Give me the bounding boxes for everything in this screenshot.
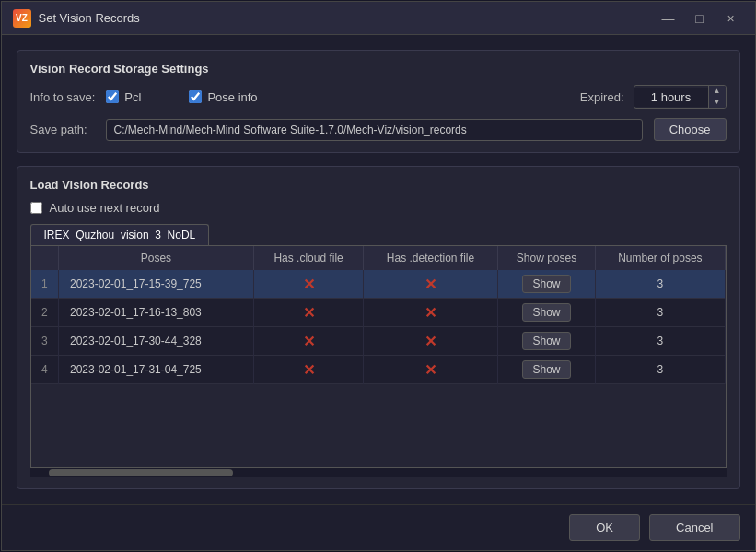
col-index [31,246,59,270]
x-icon: ✕ [425,305,436,321]
has-detection: ✕ [364,299,497,327]
pose-info-checkbox[interactable] [189,90,202,103]
pose-info-checkbox-group: Pose info [189,90,257,104]
pose-count: 3 [596,356,725,384]
col-cloud: Has .cloud file [253,246,363,270]
window-title: Set Vision Records [39,11,656,25]
auto-use-checkbox[interactable] [30,202,42,214]
x-icon: ✕ [425,276,436,292]
show-cell: Show [497,299,596,327]
minimize-button[interactable]: — [656,8,681,29]
show-button[interactable]: Show [522,275,570,293]
auto-use-label: Auto use next record [50,201,160,215]
table-row[interactable]: 2 2023-02-01_17-16-13_803 ✕ ✕ Show 3 [31,299,726,327]
pcl-checkbox[interactable] [106,90,119,103]
maximize-button[interactable]: □ [687,8,713,29]
expired-group: Expired: 1 hours ▲ ▼ [580,85,727,109]
main-content: Vision Record Storage Settings Info to s… [2,35,755,504]
pose-name: 2023-02-01_17-30-44_328 [59,327,254,356]
scrollbar-track[interactable] [30,468,727,477]
show-button[interactable]: Show [522,360,570,379]
has-cloud: ✕ [253,356,363,384]
pose-info-label: Pose info [207,90,257,104]
table-row[interactable]: 4 2023-02-01_17-31-04_725 ✕ ✕ Show 3 [31,356,726,384]
row-num: 4 [31,356,59,384]
pose-count: 3 [596,327,725,356]
show-cell: Show [497,356,596,384]
row-num: 2 [31,299,59,327]
info-save-label: Info to save: [30,90,96,104]
x-icon: ✕ [303,305,315,321]
titlebar: VZ Set Vision Records — □ × [2,2,755,35]
has-cloud: ✕ [253,299,363,327]
app-logo: VZ [13,9,31,28]
has-detection: ✕ [364,270,497,299]
has-detection: ✕ [364,327,497,356]
pcl-checkbox-group: Pcl [106,90,141,104]
show-button[interactable]: Show [522,303,570,322]
save-path-input[interactable] [106,119,643,141]
close-button[interactable]: × [718,8,744,29]
col-show: Show poses [497,246,596,270]
spinner-down-button[interactable]: ▼ [709,97,726,108]
pose-name: 2023-02-01_17-15-39_725 [59,270,254,299]
records-table-container[interactable]: Poses Has .cloud file Has .detection fil… [30,245,727,468]
has-cloud: ✕ [253,327,363,356]
expired-value: 1 hours [634,88,708,107]
x-icon: ✕ [425,334,436,349]
save-path-label: Save path: [30,123,95,136]
show-button[interactable]: Show [522,332,570,350]
cancel-button[interactable]: Cancel [649,514,739,541]
expired-label: Expired: [580,90,624,104]
window-controls: — □ × [656,8,744,29]
pose-count: 3 [596,270,725,299]
storage-section-title: Vision Record Storage Settings [30,62,727,76]
load-section-title: Load Vision Records [30,178,727,192]
x-icon: ✕ [303,334,315,349]
pcl-label: Pcl [124,90,141,104]
choose-button[interactable]: Choose [654,118,727,141]
info-save-row: Info to save: Pcl Pose info Expired: 1 h… [30,85,727,109]
show-cell: Show [497,270,596,299]
row-num: 1 [31,270,59,299]
col-detection: Has .detection file [364,246,497,270]
scrollbar-thumb[interactable] [49,469,233,476]
row-num: 3 [31,327,59,356]
expired-spinner: 1 hours ▲ ▼ [634,85,727,109]
pose-count: 3 [596,299,725,327]
has-cloud: ✕ [253,270,363,299]
pose-name: 2023-02-01_17-31-04_725 [59,356,254,384]
table-row[interactable]: 1 2023-02-01_17-15-39_725 ✕ ✕ Show 3 [31,270,726,299]
col-count: Number of poses [596,246,725,270]
x-icon: ✕ [425,362,436,378]
ok-button[interactable]: OK [569,514,640,541]
col-poses: Poses [59,246,254,270]
save-path-row: Save path: Choose [30,118,727,141]
storage-section: Vision Record Storage Settings Info to s… [17,50,740,153]
load-section: Load Vision Records Auto use next record… [17,166,740,489]
records-table: Poses Has .cloud file Has .detection fil… [31,246,726,384]
main-window: VZ Set Vision Records — □ × Vision Recor… [1,1,756,551]
has-detection: ✕ [364,356,497,384]
table-row[interactable]: 3 2023-02-01_17-30-44_328 ✕ ✕ Show 3 [31,327,726,356]
x-icon: ✕ [303,276,315,292]
pose-name: 2023-02-01_17-16-13_803 [59,299,254,327]
tab-irex[interactable]: IREX_Quzhou_vision_3_NoDL [30,224,210,245]
table-header: Poses Has .cloud file Has .detection fil… [31,246,726,270]
auto-use-row: Auto use next record [30,201,727,215]
spinner-buttons: ▲ ▼ [708,86,726,108]
footer: OK Cancel [2,504,755,550]
header-row: Poses Has .cloud file Has .detection fil… [31,246,726,270]
show-cell: Show [497,327,596,356]
x-icon: ✕ [303,362,315,378]
table-body: 1 2023-02-01_17-15-39_725 ✕ ✕ Show 3 2 2… [31,270,726,384]
spinner-up-button[interactable]: ▲ [709,86,726,97]
tab-bar: IREX_Quzhou_vision_3_NoDL [30,224,727,245]
